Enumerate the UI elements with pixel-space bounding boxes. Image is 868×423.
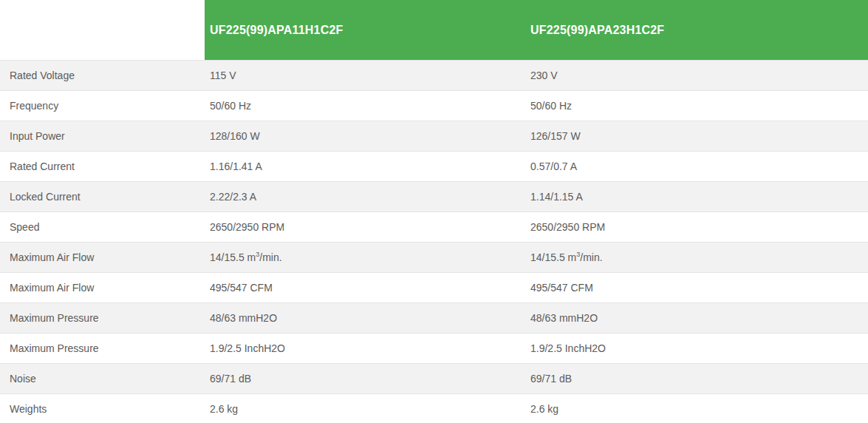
- row-label: Maximum Pressure: [0, 303, 205, 333]
- row-label: Noise: [0, 364, 205, 393]
- row-label: Speed: [0, 212, 205, 242]
- row-value-col2: 1.14/1.15 A: [525, 182, 868, 212]
- table-row: Weights2.6 kg2.6 kg: [0, 393, 868, 423]
- row-value-col2: 126/157 W: [525, 121, 868, 151]
- row-value-col2: 69/71 dB: [525, 364, 868, 393]
- column-header-product-2: UF225(99)APA23H1C2F: [525, 0, 868, 60]
- row-value-col1: 1.9/2.5 InchH2O: [205, 334, 525, 363]
- row-value-col1: 2.6 kg: [205, 394, 525, 423]
- row-value-col1: 2650/2950 RPM: [205, 212, 525, 242]
- table-row: Maximum Air Flow495/547 CFM495/547 CFM: [0, 272, 868, 302]
- row-label: Rated Voltage: [0, 61, 205, 90]
- table-row: Speed2650/2950 RPM2650/2950 RPM: [0, 212, 868, 242]
- row-value-col2: 230 V: [525, 61, 868, 90]
- row-value-col2: 14/15.5 m3/min.: [525, 243, 868, 272]
- row-label: Input Power: [0, 121, 205, 151]
- row-value-col2: 1.9/2.5 InchH2O: [525, 334, 868, 363]
- row-value-col1: 115 V: [205, 61, 525, 90]
- row-value-col1: 14/15.5 m3/min.: [205, 243, 525, 272]
- row-label: Frequency: [0, 91, 205, 121]
- table-row: Noise69/71 dB69/71 dB: [0, 363, 868, 393]
- row-value-col2: 0.57/0.7 A: [525, 152, 868, 181]
- table-row: Rated Voltage115 V230 V: [0, 60, 868, 90]
- spec-rows: Rated Voltage115 V230 VFrequency50/60 Hz…: [0, 60, 868, 423]
- table-row: Locked Current2.22/2.3 A1.14/1.15 A: [0, 181, 868, 212]
- row-value-col2: 48/63 mmH2O: [525, 303, 868, 333]
- table-row: Maximum Pressure48/63 mmH2O48/63 mmH2O: [0, 302, 868, 333]
- column-header-product-1: UF225(99)APA11H1C2F: [205, 0, 525, 60]
- row-value-col1: 2.22/2.3 A: [205, 182, 525, 212]
- table-row: Maximum Pressure1.9/2.5 InchH2O1.9/2.5 I…: [0, 333, 868, 363]
- table-row: Rated Current1.16/1.41 A0.57/0.7 A: [0, 151, 868, 181]
- row-value-col1: 495/547 CFM: [205, 273, 525, 302]
- row-value-col2: 495/547 CFM: [525, 273, 868, 302]
- row-label: Maximum Pressure: [0, 334, 205, 363]
- table-row: Frequency50/60 Hz50/60 Hz: [0, 90, 868, 121]
- row-label: Maximum Air Flow: [0, 243, 205, 272]
- row-value-col1: 69/71 dB: [205, 364, 525, 393]
- row-label: Locked Current: [0, 182, 205, 212]
- row-label: Rated Current: [0, 152, 205, 181]
- row-value-col1: 128/160 W: [205, 121, 525, 151]
- table-row: Input Power128/160 W126/157 W: [0, 121, 868, 151]
- row-value-col2: 2.6 kg: [525, 394, 868, 423]
- row-value-col1: 48/63 mmH2O: [205, 303, 525, 333]
- row-label: Weights: [0, 394, 205, 423]
- row-value-col2: 50/60 Hz: [525, 91, 868, 121]
- row-value-col1: 1.16/1.41 A: [205, 152, 525, 181]
- row-value-col2: 2650/2950 RPM: [525, 212, 868, 242]
- product-spec-table: UF225(99)APA11H1C2F UF225(99)APA23H1C2F …: [0, 0, 868, 423]
- table-header-row: UF225(99)APA11H1C2F UF225(99)APA23H1C2F: [0, 0, 868, 60]
- row-value-col1: 50/60 Hz: [205, 91, 525, 121]
- row-label: Maximum Air Flow: [0, 273, 205, 302]
- header-corner-cell: [0, 0, 205, 60]
- table-row: Maximum Air Flow14/15.5 m3/min.14/15.5 m…: [0, 242, 868, 272]
